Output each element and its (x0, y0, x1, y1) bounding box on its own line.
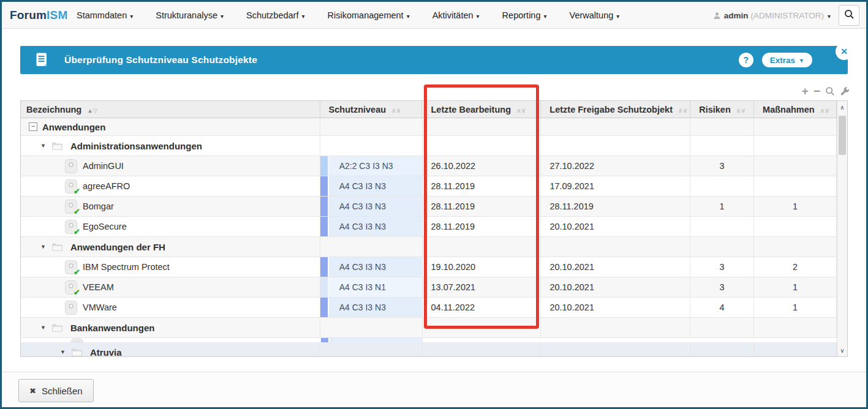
letzte-freigabe-cell: 27.10.2022 (541, 156, 690, 176)
schutzniveau-cell: A4 C3 I3 N3 (320, 217, 423, 236)
letzte-freigabe-cell: 20.10.2021 (541, 257, 690, 277)
nav-menu-schutzbedarf[interactable]: Schutzbedarf▾ (246, 10, 304, 20)
schutzniveau-cell (320, 136, 423, 156)
column-header-risiken[interactable]: Risiken∧∨ (690, 101, 754, 118)
nav-menu-label: Stammdaten (77, 10, 127, 20)
help-button[interactable]: ? (739, 53, 753, 67)
collapse-icon[interactable]: − (29, 122, 37, 131)
sort-icon[interactable]: ∧∨ (736, 105, 745, 114)
nav-menu-reporting[interactable]: Reporting▾ (502, 10, 547, 20)
letzte-freigabe-cell (541, 318, 690, 337)
table-row-bomgar[interactable]: ✔BomgarA4 C3 I3 N328.11.201928.11.201911 (21, 197, 837, 217)
nav-menu-verwaltung[interactable]: Verwaltung▾ (570, 10, 620, 20)
application-icon: ✔ (65, 260, 77, 274)
nav-menu-risikomanagement[interactable]: Risikomanagement▾ (328, 10, 410, 20)
column-header-ma-nahmen[interactable]: Maßnahmen∧∨ (754, 101, 837, 118)
schutzniveau-value: A4 C3 I3 N3 (329, 257, 422, 277)
table-row-anwendungen-der-fh[interactable]: ▼Anwendungen der FH (21, 237, 837, 257)
schliessen-label: Schließen (42, 386, 83, 396)
vertical-scrollbar[interactable]: ∧ ∨ (837, 101, 847, 356)
panel-close-button[interactable]: ✕ (836, 43, 853, 60)
sort-icon[interactable]: ▲▽ (87, 105, 97, 114)
schutzniveau-cell (320, 342, 423, 356)
nav-menu-stammdaten[interactable]: Stammdaten▾ (77, 10, 133, 20)
sort-icon[interactable]: ∧∨ (516, 105, 526, 114)
folder-icon (51, 323, 63, 332)
table-row-administrationsanwendungen[interactable]: ▼Administrationsanwendungen (21, 136, 837, 156)
schutzniveau-cell: A4 C3 I3 N3 (320, 257, 423, 277)
risiken-cell: 3 (690, 277, 754, 297)
schutzniveau-value: A4 C3 I3 N3 (329, 197, 422, 216)
table-row-egosecure[interactable]: ✔EgoSecureA4 C3 I3 N328.11.201920.10.202… (21, 217, 837, 237)
letzte-bearbeitung-cell: 13.07.2021 (423, 277, 542, 297)
column-header-bezeichnung[interactable]: Bezeichnung▲▽ (21, 101, 320, 118)
risiken-cell (690, 118, 754, 135)
scroll-up-arrow-icon[interactable]: ∧ (837, 101, 847, 113)
schutzniveau-value: A4 C3 I3 N3 (329, 176, 422, 196)
nav-menu-strukturanalyse[interactable]: Strukturanalyse▾ (156, 10, 224, 20)
approved-check-icon: ✔ (74, 207, 80, 216)
global-search-button[interactable] (839, 5, 859, 26)
user-role: (ADMINISTRATOR) (750, 11, 824, 20)
schutzniveau-cell (321, 338, 423, 342)
application-icon: ✔ (65, 280, 77, 295)
expand-arrow-icon[interactable]: ▼ (60, 349, 66, 355)
nav-menu-label: Strukturanalyse (156, 10, 217, 20)
schliessen-button[interactable]: ✖ Schließen (18, 379, 94, 402)
expand-arrow-icon[interactable]: ▼ (40, 143, 46, 149)
risiken-cell (690, 237, 754, 257)
expand-arrow-icon[interactable]: ▼ (40, 325, 46, 331)
letzte-bearbeitung-cell (423, 237, 542, 257)
table-row-bankanwendungen[interactable]: ▼Bankanwendungen (21, 318, 837, 338)
schutzniveau-cell: A4 C3 I3 N3 (320, 298, 423, 317)
table-row-atruvia[interactable]: ▼Atruvia (21, 342, 837, 356)
expand-all-icon[interactable]: + (802, 85, 809, 97)
application-icon: ✔ (65, 200, 77, 214)
chevron-down-icon: ▾ (828, 13, 831, 20)
scrollbar-thumb[interactable] (839, 116, 846, 155)
schutzniveau-value: A4 C3 I3 N3 (329, 217, 422, 236)
application-label: agreeAFRO (83, 181, 130, 191)
table-row-vmware[interactable]: VMWareA4 C3 I3 N304.11.202220.10.202141 (21, 298, 837, 318)
table-row-agreeafro[interactable]: ✔agreeAFROA4 C3 I3 N328.11.201917.09.202… (21, 176, 837, 197)
table-row-admingui[interactable]: AdminGUIA2:2 C3 I3 N326.10.202227.10.202… (21, 156, 837, 176)
column-header-label: Letzte Bearbeitung (431, 105, 511, 114)
column-header-letzte-freigabe-schutzobjekt[interactable]: Letzte Freigabe Schutzobjekt∧∨ (541, 101, 690, 118)
table-row-veeam[interactable]: ✔VEEAMA4 C3 I3 N113.07.202120.10.202131 (21, 277, 837, 298)
document-icon (36, 52, 48, 68)
close-x-icon: ✖ (29, 386, 36, 396)
column-header-schutzniveau[interactable]: Schutzniveau∧∨ (320, 101, 423, 118)
application-label: EgoSecure (83, 222, 127, 231)
schutzniveau-bar (320, 176, 328, 196)
collapse-all-icon[interactable]: − (813, 85, 820, 97)
table-body: −Anwendungen▼AdministrationsanwendungenA… (21, 118, 837, 356)
scroll-down-arrow-icon[interactable]: ∨ (837, 344, 847, 356)
sort-icon[interactable]: ∧∨ (820, 105, 829, 114)
risiken-cell: 3 (690, 257, 754, 277)
user-menu[interactable]: admin (ADMINISTRATOR) ▾ (713, 2, 831, 29)
massnahmen-cell (754, 237, 837, 257)
sort-icon[interactable]: ∧∨ (678, 105, 687, 114)
massnahmen-cell (754, 156, 837, 176)
nav-menu-aktivit-ten[interactable]: Aktivitäten▾ (432, 10, 480, 20)
massnahmen-cell (754, 176, 837, 196)
nav-menu-label: Risikomanagement (328, 10, 404, 20)
chevron-down-icon: ▾ (407, 13, 410, 20)
table-row-ibm-spectrum-protect[interactable]: ✔IBM Spectrum ProtectA4 C3 I3 N319.10.20… (21, 257, 837, 277)
column-header-letzte-bearbeitung[interactable]: Letzte Bearbeitung∧∨ (422, 101, 541, 118)
app-logo[interactable]: ForumISM (10, 2, 68, 29)
extras-button[interactable]: Extras ▼ (762, 53, 812, 67)
schutzniveau-cell (320, 237, 423, 257)
expand-arrow-icon[interactable]: ▼ (40, 244, 46, 250)
table-row-anwendungen[interactable]: −Anwendungen (21, 118, 837, 136)
chevron-down-icon: ▾ (543, 13, 546, 20)
panel-header-actions: ? Extras ▼ (739, 53, 812, 67)
bezeichnung-cell: −Anwendungen (21, 118, 320, 135)
grid-search-icon[interactable] (825, 86, 835, 96)
letzte-bearbeitung-cell (423, 342, 542, 356)
letzte-freigabe-cell (541, 118, 690, 135)
application-icon: ✔ (65, 220, 77, 234)
sort-icon[interactable]: ∧∨ (391, 105, 401, 114)
letzte-bearbeitung-cell: 04.11.2022 (423, 298, 542, 317)
grid-settings-wrench-icon[interactable] (840, 86, 850, 96)
